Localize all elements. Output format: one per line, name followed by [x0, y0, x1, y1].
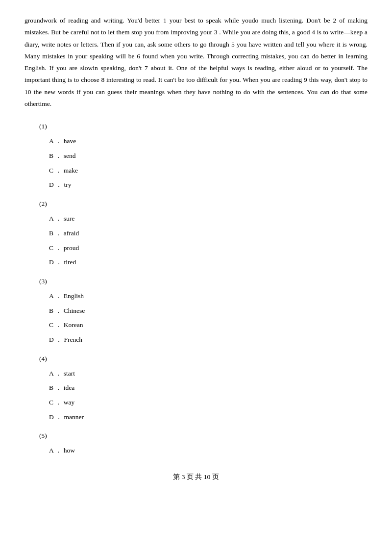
question-3-option-d: D ． French	[49, 332, 368, 347]
question-4: (4) A ． start B ． idea C ． way D ． manne…	[24, 352, 368, 425]
question-4-option-c: C ． way	[49, 395, 368, 410]
question-2-number: (2)	[39, 197, 368, 210]
question-2-option-c: C ． proud	[49, 241, 368, 255]
question-2-option-d: D ． tired	[49, 255, 368, 270]
question-4-option-b: B ． idea	[49, 380, 368, 395]
question-3-option-c: C ． Korean	[49, 318, 368, 332]
question-4-number: (4)	[39, 352, 368, 365]
question-3-number: (3)	[39, 275, 368, 288]
question-1-number: (1)	[39, 120, 368, 133]
question-1: (1) A ． have B ． send C ． make D ． try	[24, 120, 368, 192]
question-5: (5) A ． how	[24, 429, 368, 458]
question-2-option-b: B ． afraid	[49, 226, 368, 241]
question-1-option-a: A ． have	[49, 134, 368, 149]
questions-container: (1) A ． have B ． send C ． make D ． try (…	[24, 120, 368, 458]
question-5-number: (5)	[39, 429, 368, 442]
question-4-option-a: A ． start	[49, 366, 368, 381]
question-2-option-a: A ． sure	[49, 211, 368, 226]
question-4-option-d: D ． manner	[49, 410, 368, 425]
passage: groundwork of reading and writing. You'd…	[24, 15, 368, 110]
question-2: (2) A ． sure B ． afraid C ． proud D ． ti…	[24, 197, 368, 270]
question-3: (3) A ． English B ． Chinese C ． Korean D…	[24, 275, 368, 347]
question-5-option-a: A ． how	[49, 443, 368, 458]
question-1-option-c: C ． make	[49, 163, 368, 178]
question-1-option-b: B ． send	[49, 149, 368, 163]
question-3-option-a: A ． English	[49, 289, 368, 303]
page-footer: 第 3 页 共 10 页	[24, 473, 368, 481]
question-3-option-b: B ． Chinese	[49, 303, 368, 318]
question-1-option-d: D ． try	[49, 177, 368, 192]
